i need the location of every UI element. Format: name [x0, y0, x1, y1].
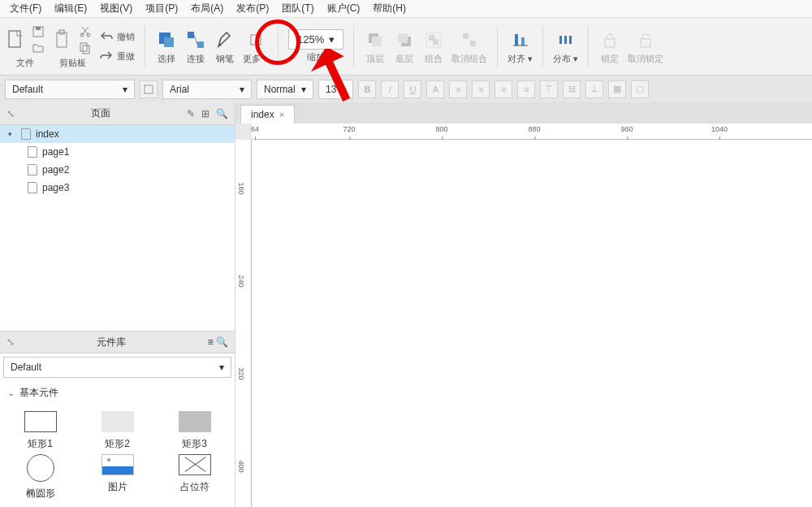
page-item-page3[interactable]: page3: [0, 179, 235, 197]
undo-button[interactable]: 撤销: [99, 29, 135, 44]
italic-button[interactable]: I: [381, 80, 399, 98]
paste-icon[interactable]: [52, 28, 75, 51]
pages-list: ▾ index page1 page2 page3: [0, 125, 235, 331]
select-tool[interactable]: 选择: [155, 28, 178, 65]
svg-rect-12: [197, 41, 204, 48]
page-item-index[interactable]: ▾ index: [0, 125, 235, 143]
expand-icon[interactable]: ▾: [8, 130, 16, 138]
pen-label: 钢笔: [216, 53, 234, 65]
menu-view[interactable]: 视图(V): [93, 2, 139, 15]
widget-rect3[interactable]: 矩形3: [158, 411, 231, 451]
bold-button[interactable]: B: [358, 80, 376, 98]
left-panel: ⤡ 页面 ✎ ⊞ 🔍 ▾ index page1 page2: [0, 102, 235, 507]
library-grid: 矩形1 矩形2 矩形3 椭圆形 图片 占位符: [0, 405, 235, 507]
page-item-page1[interactable]: page1: [0, 143, 235, 161]
color-button[interactable]: A: [426, 80, 444, 98]
underline-button[interactable]: U: [404, 80, 421, 98]
save-icon[interactable]: [31, 24, 45, 39]
group-button[interactable]: 组合: [422, 28, 445, 65]
collapse-icon[interactable]: ⤡: [6, 336, 15, 348]
fill-button[interactable]: ▦: [608, 80, 626, 98]
bullets-button[interactable]: ≡: [449, 80, 467, 98]
menu-team[interactable]: 团队(T): [275, 2, 320, 15]
page-search-icon[interactable]: 🔍: [216, 108, 228, 119]
style-select[interactable]: Default▾: [5, 80, 135, 99]
close-icon[interactable]: ×: [279, 110, 284, 119]
lock-icon: [598, 28, 621, 51]
new-file-icon[interactable]: [5, 28, 28, 51]
lib-menu-icon[interactable]: ≡: [208, 336, 214, 348]
chevron-down-icon: ⌄: [8, 389, 15, 397]
connect-label: 连接: [187, 53, 205, 65]
connect-icon: [184, 28, 207, 51]
menu-edit[interactable]: 编辑(E): [48, 2, 93, 15]
clipboard-label: 剪贴板: [59, 57, 86, 69]
svg-rect-18: [398, 33, 408, 43]
collapse-icon[interactable]: ⤡: [6, 108, 15, 119]
zoom-value: 125%: [297, 33, 324, 46]
menu-project[interactable]: 项目(P): [139, 2, 184, 15]
lib-search-icon[interactable]: 🔍: [216, 336, 228, 348]
redo-button[interactable]: 重做: [99, 49, 135, 63]
align-button[interactable]: 对齐 ▾: [508, 28, 533, 65]
zoom-select[interactable]: 125% ▾: [288, 29, 343, 50]
canvas-tab-index[interactable]: index ×: [240, 105, 295, 124]
align-left-button[interactable]: ≡: [472, 80, 490, 98]
page-item-page2[interactable]: page2: [0, 161, 235, 179]
page-label: page1: [42, 146, 69, 158]
canvas[interactable]: [252, 140, 812, 507]
size-select[interactable]: 13▾: [318, 80, 353, 99]
page-icon: [28, 164, 37, 176]
menu-file[interactable]: 文件(F): [3, 2, 48, 15]
widget-rect1[interactable]: 矩形1: [3, 411, 77, 451]
more-tool[interactable]: 更多 ▾: [243, 28, 268, 65]
menu-layout[interactable]: 布局(A): [184, 2, 230, 15]
file-label: 文件: [16, 57, 34, 69]
tab-label: index: [251, 109, 274, 120]
ruler-tick: 240: [237, 275, 245, 287]
style-new-icon[interactable]: [140, 80, 158, 98]
redo-icon: [99, 49, 114, 63]
svg-rect-23: [470, 41, 476, 46]
page-icon: [28, 182, 37, 193]
distribute-button[interactable]: 分布 ▾: [553, 28, 578, 65]
chevron-down-icon: ▾: [341, 84, 346, 95]
widget-placeholder[interactable]: 占位符: [158, 454, 231, 500]
weight-select[interactable]: Normal▾: [257, 80, 313, 99]
copy-icon[interactable]: [78, 41, 93, 55]
align-icon: [509, 28, 532, 51]
page-add-icon[interactable]: ⊞: [201, 108, 209, 119]
unlock-icon: [634, 28, 657, 51]
page-edit-icon[interactable]: ✎: [187, 108, 195, 119]
valign-mid-button[interactable]: ⊟: [563, 80, 581, 98]
pen-tool[interactable]: 钢笔: [214, 28, 236, 65]
unlock-button[interactable]: 取消锁定: [628, 28, 663, 65]
align-center-button[interactable]: ≡: [495, 80, 512, 98]
font-select[interactable]: Arial▾: [162, 80, 252, 99]
open-icon[interactable]: [31, 41, 45, 55]
chevron-down-icon: ▾: [219, 362, 224, 373]
menu-account[interactable]: 账户(C): [321, 2, 367, 15]
cut-icon[interactable]: [78, 24, 93, 39]
undo-label: 撤销: [117, 31, 135, 43]
send-back[interactable]: 底层: [393, 28, 416, 65]
svg-rect-27: [559, 36, 562, 44]
connect-tool[interactable]: 连接: [184, 28, 207, 65]
valign-bot-button[interactable]: ⊥: [585, 80, 603, 98]
lock-button[interactable]: 锁定: [598, 28, 621, 65]
library-category[interactable]: ⌄ 基本元件: [0, 381, 235, 405]
library-select[interactable]: Default ▾: [3, 357, 231, 378]
svg-point-13: [219, 43, 222, 46]
widget-rect2[interactable]: 矩形2: [80, 411, 154, 451]
widget-image[interactable]: 图片: [80, 454, 154, 500]
align-right-button[interactable]: ≡: [517, 80, 535, 98]
chevron-down-icon: ▾: [240, 84, 244, 95]
bring-front[interactable]: 顶层: [364, 28, 387, 65]
category-label: 基本元件: [19, 386, 58, 400]
valign-top-button[interactable]: ⊤: [540, 80, 558, 98]
widget-ellipse[interactable]: 椭圆形: [3, 454, 77, 500]
border-button[interactable]: ▢: [631, 80, 649, 98]
menu-help[interactable]: 帮助(H): [366, 2, 412, 15]
ungroup-button[interactable]: 取消组合: [451, 28, 487, 65]
menu-publish[interactable]: 发布(P): [230, 2, 275, 15]
